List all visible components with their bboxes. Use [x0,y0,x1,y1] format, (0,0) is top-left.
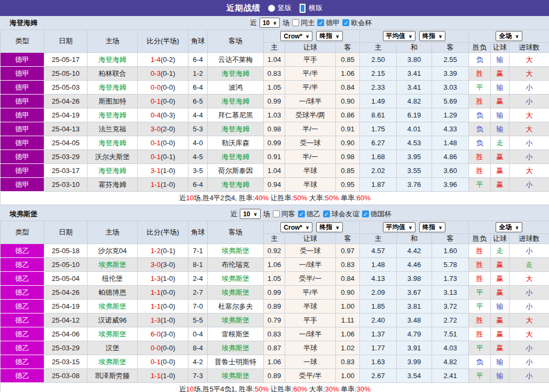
home-team-cell: 斯图加特 [88,95,138,108]
league-badge: 德甲 [1,122,44,136]
checkbox-欧会杯[interactable]: ✓欧会杯 [342,18,372,28]
result-cell: 赢 [491,150,509,164]
result-outcome: 胜 [476,69,483,77]
team-name: 埃弗斯堡 [10,209,73,219]
result-cell: 走 [491,244,509,258]
scope-select[interactable]: 全场∨ [496,31,522,41]
result-goals: 小 [526,153,533,161]
final-odds-select-chevron-icon: ∨ [335,34,339,39]
table-row: 德乙25-03-15埃弗斯堡0-1(0-0)4-2普鲁士明斯特1.06一球0.8… [1,355,549,369]
score-cell: 1-2(0-1) [138,244,189,258]
home-team-cell: 凯泽斯劳滕 [88,369,138,383]
checkbox-label: 德甲 [326,18,340,28]
match-date: 25-04-12 [44,313,88,327]
final-odds-select[interactable]: 终指∨ [316,222,342,232]
match-date: 25-03-29 [44,341,88,355]
avg-draw: 3.81 [397,300,432,313]
home-team-cell: 埃弗斯堡 [88,258,138,272]
away-team: 海登海姆 [222,181,249,189]
match-date: 25-04-06 [44,327,88,341]
result-cell: 胜 [469,327,491,341]
result-handicap: 走 [497,247,504,255]
score-cell: 1-3(1-0) [138,313,189,327]
average-select[interactable]: 平均值∨ [383,222,415,232]
odds-home: 0.99 [264,286,285,300]
home-team: 柏林联合 [99,69,127,77]
checkbox-德甲[interactable]: ✓德甲 [317,18,340,28]
home-team-cell: 埃弗斯堡 [88,300,138,313]
league-badge: 德甲 [1,108,44,122]
league-badge: 德甲 [1,67,44,81]
score-cell: 3-0(3-0) [138,258,189,272]
checkbox-同主[interactable]: 同主 [292,18,315,28]
match-score: 0-0 [151,83,161,91]
match-date: 25-05-10 [44,67,88,81]
column-header-0: 类型 [1,30,44,53]
result-cell: 赢 [491,67,509,81]
result-cell: 胜 [469,258,491,272]
checked-checkbox-icon: ✓ [323,210,330,217]
odds-source-header: Crow*∨终指∨ [264,30,360,43]
checkbox-德乙[interactable]: ✓德乙 [298,209,320,219]
final-odds-select-2[interactable]: 终指∨ [419,31,445,41]
league-badge: 德乙 [1,258,44,272]
summary-text: 30% [357,385,371,392]
away-team-cell: 海登海姆 [208,150,264,164]
half-score: (1-0) [161,372,175,380]
result-outcome: 平 [476,372,483,380]
odds-handicap: 一/球半 [285,258,336,272]
summary-text: 单率: [339,194,356,202]
match-score: 1-1 [151,181,161,189]
home-team-cell: 汉诺威96 [88,313,138,327]
league-badge: 德甲 [1,150,44,164]
result-cell: 小 [509,369,549,383]
result-goals: 小 [526,139,533,147]
result-handicap: 赢 [497,330,504,338]
team-section-1: 海登海姆近10∨场同主✓德甲✓欧会杯类型日期主场比分(半场)角球客场Crow*∨… [0,16,549,205]
radio-horizontal[interactable]: 横版 [299,3,323,13]
away-team-cell: 普鲁士明斯特 [208,355,264,369]
half-score: (0-0) [161,83,175,91]
match-score: 3-1 [151,167,161,175]
odds-away: 1.11 [336,313,360,327]
half-score: (0-1) [161,153,175,161]
crow-select[interactable]: Crow*∨ [280,222,312,232]
avg-away: 1.73 [432,272,469,286]
home-team-cell: 埃弗斯堡 [88,327,138,341]
checkbox-球会友谊[interactable]: ✓球会友谊 [323,209,359,219]
average-header: 平均值∨终指∨ [360,30,469,43]
checkbox-德国杯[interactable]: ✓德国杯 [362,209,391,219]
match-count-select[interactable]: 10∨ [260,18,280,28]
radio-vertical[interactable]: 竖版 [268,3,292,13]
odds-away: 0.90 [336,95,360,108]
half-score: (0-1) [161,247,175,255]
result-cell: 小 [509,95,549,108]
table-row: 德乙25-05-10埃弗斯堡3-0(3-0)8-1布伦瑞克1.06一/球半0.8… [1,258,549,272]
result-cell: 小 [509,244,549,258]
league-badge: 德甲 [1,53,44,67]
average-select-chevron-icon: ∨ [409,225,412,230]
crow-select[interactable]: Crow*∨ [280,31,312,41]
final-odds-select-2[interactable]: 终指∨ [419,222,445,232]
score-cell: 3-1(1-0) [138,164,189,178]
average-select[interactable]: 平均值∨ [383,31,415,41]
avg-home: 1.68 [360,150,397,164]
sub-header-5: 客 [432,234,469,244]
avg-draw: 3.80 [397,53,432,67]
team-name: 海登海姆 [10,18,73,28]
scope-select[interactable]: 全场∨ [496,222,522,232]
match-date: 25-05-10 [44,258,88,272]
column-header-4: 角球 [189,221,208,244]
match-date: 25-03-08 [44,369,88,383]
final-odds-select[interactable]: 终指∨ [316,31,342,41]
corner-score: 1-2 [189,67,208,81]
result-cell: 大 [509,272,549,286]
match-count-select[interactable]: 10∨ [240,209,261,219]
result-cell: 胜 [469,164,491,178]
result-handicap: 输 [497,83,504,91]
checkbox-同客[interactable]: 同客 [273,209,295,219]
away-team: 海登海姆 [222,69,249,77]
score-cell: 0-1(0-0) [138,136,189,150]
odds-away: 1.06 [336,327,360,341]
match-score: 0-1 [151,358,161,366]
